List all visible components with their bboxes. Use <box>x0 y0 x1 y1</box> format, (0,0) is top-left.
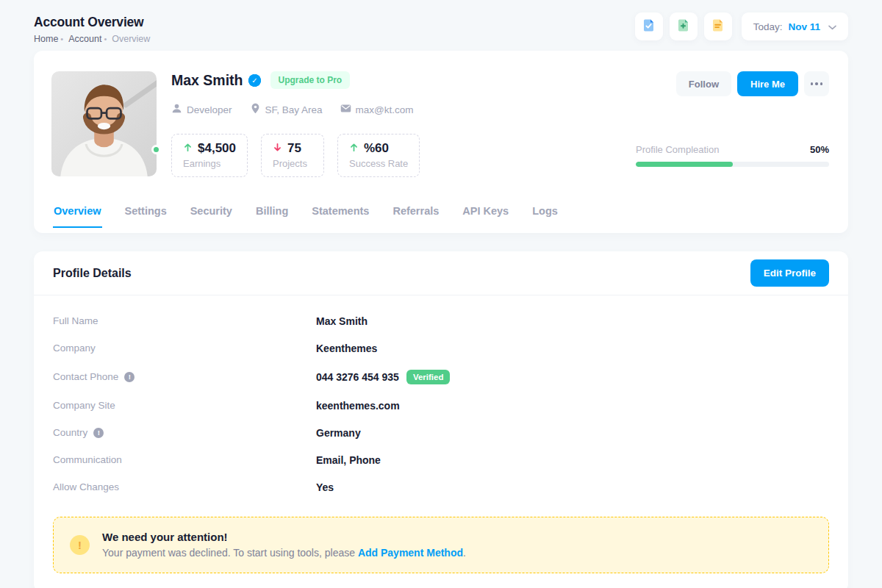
stat-label: Success Rate <box>349 158 408 169</box>
breadcrumb-separator: • <box>104 35 107 43</box>
file-lines-button[interactable] <box>704 12 732 40</box>
info-circle-icon[interactable]: ! <box>93 428 104 438</box>
upgrade-to-pro-badge[interactable]: Upgrade to Pro <box>270 71 351 89</box>
envelope-icon <box>340 103 351 116</box>
progress-bar-fill <box>636 162 733 167</box>
arrow-down-icon <box>273 141 282 156</box>
progress-value: 50% <box>810 144 829 155</box>
tab-statements[interactable]: Statements <box>311 205 370 228</box>
toolbar: Account Overview Home • Account • Overvi… <box>34 10 848 44</box>
today-value: Nov 11 <box>788 21 820 32</box>
online-status-dot <box>151 145 161 154</box>
detail-row-contact-phone: Contact Phone ! 044 3276 454 935 Verifie… <box>53 362 829 392</box>
stat-value: $4,500 <box>198 141 236 156</box>
chevron-down-icon <box>826 21 836 32</box>
notice-text: We need your attention! Your payment was… <box>102 531 466 559</box>
tab-referrals[interactable]: Referrals <box>392 205 440 228</box>
stat-projects: 75 Projects <box>261 134 324 177</box>
meta-location[interactable]: SF, Bay Area <box>250 103 323 116</box>
page-title: Account Overview <box>34 15 150 30</box>
tab-billing[interactable]: Billing <box>255 205 289 228</box>
profile-summary-card: Max Smith ✓ Upgrade to Pro Follow Hire M… <box>34 51 848 233</box>
detail-row-communication: Communication Email, Phone <box>53 446 829 473</box>
breadcrumb-separator: • <box>60 35 63 43</box>
tab-overview[interactable]: Overview <box>53 205 102 228</box>
profile-actions: Follow Hire Me <box>676 71 829 96</box>
toolbar-titles: Account Overview Home • Account • Overvi… <box>34 10 150 44</box>
edit-profile-button[interactable]: Edit Profile <box>750 259 829 287</box>
detail-rows: Full Name Max Smith Company Keenthemes C… <box>34 295 848 501</box>
stat-value: %60 <box>364 141 389 156</box>
attention-notice: ! We need your attention! Your payment w… <box>53 517 829 573</box>
tab-security[interactable]: Security <box>190 205 233 228</box>
profile-details-card: Profile Details Edit Profile Full Name M… <box>34 251 848 588</box>
breadcrumb-home[interactable]: Home <box>34 34 58 44</box>
add-payment-method-link[interactable]: Add Payment Method <box>358 547 463 559</box>
stat-success-rate: %60 Success Rate <box>337 134 420 177</box>
file-check-button[interactable] <box>635 12 663 40</box>
profile-stats: $4,500 Earnings 75 Projects <box>171 134 420 177</box>
detail-row-company-site: Company Site keenthemes.com <box>53 392 829 419</box>
detail-row-full-name: Full Name Max Smith <box>53 307 829 334</box>
file-lines-icon <box>711 18 725 35</box>
avatar <box>51 71 157 176</box>
notice-title: We need your attention! <box>102 531 466 543</box>
file-plus-button[interactable] <box>670 12 698 40</box>
progress-label: Profile Compleation <box>636 144 719 155</box>
location-pin-icon <box>250 103 261 116</box>
card-title: Profile Details <box>53 267 132 280</box>
account-overview-page: Account Overview Home • Account • Overvi… <box>0 0 882 588</box>
stat-label: Projects <box>273 158 312 169</box>
tab-settings[interactable]: Settings <box>124 205 168 228</box>
date-picker-button[interactable]: Today: Nov 11 <box>742 12 848 40</box>
breadcrumb: Home • Account • Overview <box>34 34 150 44</box>
avatar-photo <box>51 71 157 176</box>
meta-email[interactable]: max@kt.com <box>340 103 414 116</box>
detail-row-allow-changes: Allow Changes Yes <box>53 473 829 501</box>
info-circle-icon[interactable]: ! <box>124 372 135 382</box>
exclamation-circle-icon: ! <box>70 535 90 555</box>
toolbar-actions: Today: Nov 11 <box>635 12 848 40</box>
arrow-up-icon <box>183 141 193 156</box>
today-label: Today: <box>753 21 783 32</box>
verified-badge: Verified <box>406 370 451 384</box>
arrow-up-icon <box>349 141 359 156</box>
file-plus-icon <box>676 18 690 35</box>
tab-logs[interactable]: Logs <box>531 205 559 228</box>
breadcrumb-current: Overview <box>112 34 150 44</box>
progress-bar <box>636 162 829 167</box>
detail-row-country: Country ! Germany <box>53 419 829 446</box>
notice-body: Your payment was declined. To start usin… <box>102 547 466 559</box>
person-icon <box>171 103 182 116</box>
profile-name[interactable]: Max Smith <box>171 72 243 89</box>
tab-api-keys[interactable]: API Keys <box>462 205 509 228</box>
profile-meta: Developer SF, Bay Area max@kt.com <box>171 103 829 116</box>
stat-earnings: $4,500 Earnings <box>171 134 248 177</box>
more-options-button[interactable] <box>804 71 829 96</box>
stat-value: 75 <box>287 141 301 156</box>
file-check-icon <box>642 18 656 35</box>
meta-role[interactable]: Developer <box>171 103 232 116</box>
profile-tabs: Overview Settings Security Billing State… <box>34 205 848 228</box>
breadcrumb-account[interactable]: Account <box>68 34 101 44</box>
hire-me-button[interactable]: Hire Me <box>737 71 798 96</box>
verified-seal-icon: ✓ <box>248 74 262 87</box>
follow-button[interactable]: Follow <box>676 71 731 96</box>
detail-row-company: Company Keenthemes <box>53 334 829 362</box>
stat-label: Earnings <box>183 158 236 169</box>
card-header: Profile Details Edit Profile <box>34 251 848 295</box>
profile-completion: Profile Compleation 50% <box>636 144 829 167</box>
